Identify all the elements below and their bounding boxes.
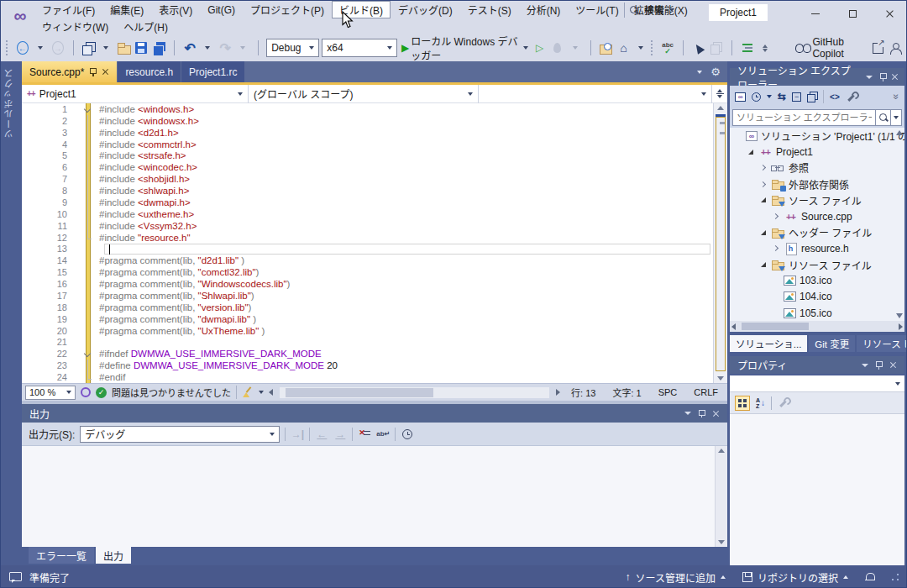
scroll-up-icon[interactable] [717,106,724,110]
toolbar-dropdown[interactable] [98,38,113,58]
output-title-bar[interactable]: 出力 [22,404,727,423]
panel-tab-エラー一覧[interactable]: エラー一覧 [29,547,94,564]
resize-grip[interactable] [891,573,899,581]
tree-item[interactable]: 参照 [730,160,904,176]
scroll-down-icon[interactable] [717,376,724,381]
find-in-files-button[interactable] [598,38,613,58]
tree-expander[interactable] [758,262,768,267]
fold-margin[interactable] [81,208,99,220]
open-file-button[interactable] [116,38,131,58]
solution-search-input[interactable] [732,109,876,126]
prev-message-button[interactable]: ← [315,427,328,442]
properties-button[interactable] [846,92,857,102]
window-position-dropdown-icon[interactable] [862,364,868,367]
nav-member-combo[interactable] [479,85,711,103]
code-editor-surface[interactable]: 1#include <windows.h>2#include <windowsx… [22,103,727,383]
tree-item[interactable]: 外部依存関係 [730,176,904,192]
toolbar-grip[interactable] [6,40,9,55]
scroll-left-icon[interactable] [731,323,736,330]
navigate-home-button[interactable]: ⌂ [616,38,631,58]
next-message-button[interactable]: → [333,427,347,442]
close-icon[interactable] [102,68,109,76]
menu-item[interactable]: プロジェクト(P) [243,1,332,18]
nav-project-combo[interactable]: ++ Project1 [22,85,249,103]
fold-margin[interactable] [81,197,99,208]
search-options-dropdown[interactable] [891,109,902,126]
scroll-down-icon[interactable] [718,540,725,544]
send-feedback-button[interactable] [888,38,903,58]
tree-item[interactable]: 104.ico [730,289,904,305]
save-all-button[interactable] [151,38,166,58]
start-without-debugging-button[interactable]: ▷ [532,38,548,58]
indent-button[interactable] [740,38,755,58]
window-position-dropdown-icon[interactable] [684,412,691,415]
close-button[interactable] [871,1,907,26]
document-tab[interactable]: Project1.rc [181,61,244,82]
fold-margin[interactable] [81,266,99,278]
toolbar-dropdown[interactable] [33,38,48,58]
menu-item[interactable]: Git(G) [200,3,243,18]
goto-message-button[interactable]: →| [291,427,304,442]
pin-icon[interactable] [875,360,883,370]
fold-margin[interactable] [81,173,99,185]
view-code-button[interactable]: <> [830,92,840,102]
new-project-button[interactable] [81,38,96,58]
menu-item[interactable]: ファイル(F) [34,1,102,18]
collapse-all-button[interactable]: − [792,92,801,102]
github-copilot-button[interactable]: GitHub Copilot [794,38,868,58]
menu-item[interactable]: ヘルプ(H) [116,18,176,35]
sync-with-active-document-button[interactable]: ⇆ [778,91,786,102]
chevron-down-icon[interactable] [767,95,772,98]
add-to-source-control-button[interactable]: ↑ ソース管理に追加 [626,570,726,585]
fold-margin[interactable] [81,313,99,325]
word-wrap-button[interactable]: ab↵ [376,427,390,442]
fold-margin[interactable] [81,185,99,197]
split-window-button[interactable] [711,85,727,103]
categorized-button[interactable] [735,396,750,411]
pin-icon[interactable] [698,409,705,418]
toolbar-dropdown[interactable] [200,38,215,58]
menu-item[interactable]: ウィンドウ(W) [34,18,116,35]
close-icon[interactable] [889,361,897,369]
toolbar-grip[interactable] [651,40,654,55]
fold-margin[interactable] [81,325,99,337]
editor-horizontal-scrollbar[interactable] [280,387,549,398]
tree-item[interactable]: ++Source.cpp [730,208,904,224]
toolbar-dropdown[interactable] [568,38,583,58]
health-status-text[interactable]: 問題は見つかりませんでした [112,386,231,399]
fold-margin[interactable] [81,161,99,173]
tree-expander[interactable] [758,230,768,235]
overflow-button[interactable]: » [894,91,899,102]
platform-combo[interactable]: x64 [322,39,397,57]
properties-content[interactable] [730,414,904,565]
code-cleanup-icon[interactable] [242,386,254,398]
scroll-up-icon[interactable] [718,449,725,453]
fold-margin[interactable] [81,220,99,232]
close-icon[interactable] [891,73,897,81]
fold-collapse-icon[interactable] [84,106,91,113]
editor-vertical-scrollbar[interactable] [713,103,727,383]
maximize-button[interactable] [834,1,871,26]
close-icon[interactable] [712,410,720,417]
fold-margin[interactable] [81,115,99,127]
tree-item[interactable]: リソース ファイル [730,257,904,273]
hscroll-left-icon[interactable] [269,389,273,396]
status-space-mode[interactable]: SPC [653,387,684,397]
fold-margin[interactable] [81,302,99,313]
right-panel-tab[interactable]: リソース ビュー [857,335,907,352]
panel-tab-出力[interactable]: 出力 [96,547,131,564]
feedback-bubble-icon[interactable] [9,572,21,582]
project-indicator-chip[interactable]: Project1 [709,4,768,21]
hscrollbar-thumb[interactable] [742,323,809,330]
menu-item[interactable]: デバッグ(D) [391,1,460,18]
properties-title-bar[interactable]: プロパティ [730,356,904,374]
tree-item[interactable]: ∞ソリューション 'Project1' (1/1 の [730,128,904,144]
solution-explorer-title-bar[interactable]: ソリューション エクスプローラー [730,68,904,86]
copy-button[interactable] [709,38,724,58]
window-position-dropdown-icon[interactable] [866,76,873,79]
tree-scroll-up-icon[interactable] [896,130,903,135]
feedback-icon[interactable] [81,387,91,397]
fold-margin[interactable] [81,150,99,162]
fold-margin[interactable] [81,360,99,371]
tree-item[interactable]: hresource.h [730,240,904,256]
